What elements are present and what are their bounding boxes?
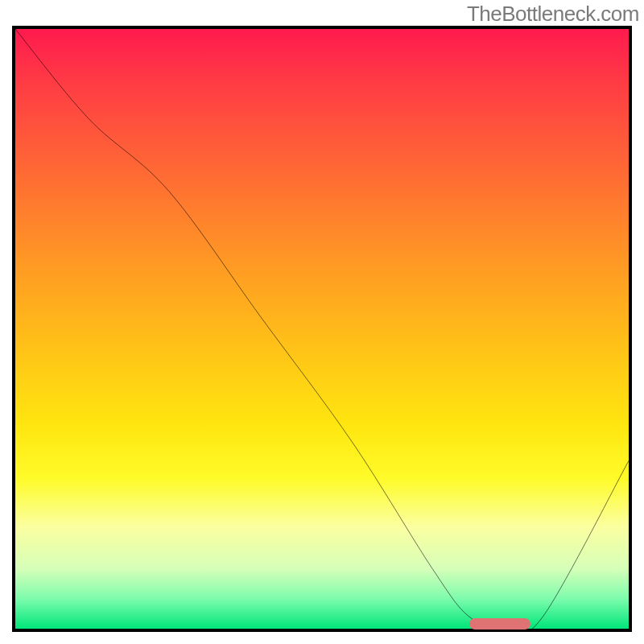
watermark-label: TheBottleneck.com: [467, 2, 639, 27]
plot-area: [12, 26, 632, 632]
bottleneck-curve: [15, 29, 629, 629]
optimal-range-marker: [469, 618, 530, 630]
chart-frame: TheBottleneck.com: [0, 0, 644, 644]
